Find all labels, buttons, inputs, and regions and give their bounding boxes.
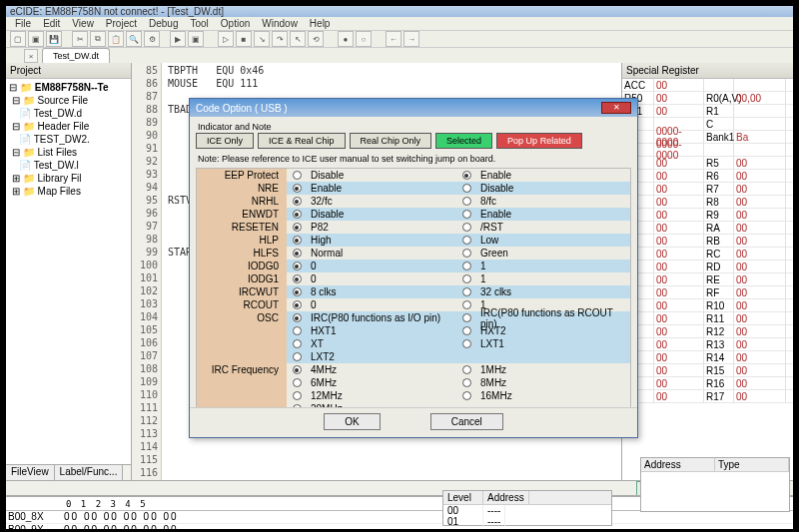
step-out-icon[interactable]: ↖ xyxy=(290,31,306,47)
radio-icon[interactable] xyxy=(462,287,471,296)
copy-icon[interactable]: ⧉ xyxy=(90,31,106,47)
radio-icon[interactable] xyxy=(462,391,471,400)
radio-icon[interactable] xyxy=(293,171,302,180)
radio-icon[interactable] xyxy=(293,365,302,374)
go-icon[interactable]: ▷ xyxy=(218,31,234,47)
stop-icon[interactable]: ■ xyxy=(236,31,252,47)
menu-view[interactable]: View xyxy=(67,17,99,30)
tab-fileview[interactable]: FileView xyxy=(6,465,55,480)
tree-item[interactable]: Test_DW.d xyxy=(34,108,82,119)
next-icon[interactable]: → xyxy=(403,31,419,47)
tree-item[interactable]: Test_DW.l xyxy=(34,160,79,171)
radio-icon[interactable] xyxy=(462,184,471,193)
radio-icon[interactable] xyxy=(293,197,302,206)
find-icon[interactable]: 🔍 xyxy=(126,31,142,47)
radio-icon[interactable] xyxy=(462,300,471,309)
tree-item[interactable]: TEST_DW2. xyxy=(34,134,90,145)
radio-icon[interactable] xyxy=(293,184,302,193)
menu-option[interactable]: Option xyxy=(216,17,255,30)
ok-button[interactable]: OK xyxy=(324,413,380,430)
radio-icon[interactable] xyxy=(293,210,302,219)
radio-icon[interactable] xyxy=(462,339,471,348)
tree-item[interactable]: Source File xyxy=(38,95,89,106)
option-row[interactable]: ENWDTDisableEnable xyxy=(197,208,630,221)
radio-icon[interactable] xyxy=(462,313,471,322)
radio-icon[interactable] xyxy=(462,249,471,258)
radio-icon[interactable] xyxy=(293,249,302,258)
radio-icon[interactable] xyxy=(293,274,302,283)
option-row[interactable]: IRC Frequency4MHz1MHz xyxy=(197,363,630,376)
radio-icon[interactable] xyxy=(293,339,302,348)
doc-tab[interactable]: Test_DW.dt xyxy=(42,48,110,63)
tab-close-icon[interactable]: × xyxy=(24,49,38,63)
option-row[interactable]: HLFSNormalGreen xyxy=(197,247,630,260)
menu-window[interactable]: Window xyxy=(257,17,303,30)
radio-icon[interactable] xyxy=(462,274,471,283)
radio-icon[interactable] xyxy=(293,287,302,296)
prev-icon[interactable]: ← xyxy=(386,31,401,47)
paste-icon[interactable]: 📋 xyxy=(108,31,124,47)
register-grid[interactable]: ACC00R5000R0(A,V)00,00R5100R1C0000-0000B… xyxy=(622,79,793,480)
option-row[interactable]: HXT1HXT2 xyxy=(197,324,630,337)
data-row[interactable]: B00_9X00 00 00 00 00 00 xyxy=(6,524,793,532)
radio-icon[interactable] xyxy=(462,171,471,180)
tab-ice-real[interactable]: ICE & Real Chip xyxy=(258,133,346,149)
dialog-titlebar[interactable]: Code Option ( USB ) ✕ xyxy=(190,99,637,117)
reset-icon[interactable]: ⟲ xyxy=(308,31,324,47)
tree-item[interactable]: List Files xyxy=(38,147,77,158)
menu-help[interactable]: Help xyxy=(305,17,336,30)
option-row[interactable]: 6MHz8MHz xyxy=(197,376,630,389)
option-row[interactable]: NREEnableDisable xyxy=(197,182,630,195)
option-row[interactable]: NRHL32/fc8/fc xyxy=(197,195,630,208)
radio-icon[interactable] xyxy=(462,223,471,232)
radio-icon[interactable] xyxy=(462,262,471,270)
radio-icon[interactable] xyxy=(293,326,302,335)
tree-item[interactable]: Library Fil xyxy=(38,173,82,184)
rebuild-icon[interactable]: ▣ xyxy=(188,31,204,47)
radio-icon[interactable] xyxy=(293,391,302,400)
option-row[interactable]: RESETENP82/RST xyxy=(197,221,630,234)
new-icon[interactable]: ▢ xyxy=(10,31,26,47)
menu-edit[interactable]: Edit xyxy=(38,17,65,30)
option-row[interactable]: OSCIRC(P80 functions as I/O pin)IRC(P80 … xyxy=(197,311,630,324)
step-over-icon[interactable]: ↷ xyxy=(272,31,288,47)
option-list[interactable]: EEP ProtectDisableEnableNREEnableDisable… xyxy=(196,168,631,407)
cancel-button[interactable]: Cancel xyxy=(430,413,503,430)
data-row[interactable]: B00_8X00 00 00 00 00 00 xyxy=(6,511,793,524)
radio-icon[interactable] xyxy=(462,236,471,245)
open-icon[interactable]: ▣ xyxy=(28,31,44,47)
step-icon[interactable]: ↘ xyxy=(254,31,270,47)
save-icon[interactable]: 💾 xyxy=(46,31,62,47)
radio-icon[interactable] xyxy=(293,352,302,361)
menu-project[interactable]: Project xyxy=(101,17,142,30)
menu-file[interactable]: File xyxy=(10,17,36,30)
option-row[interactable]: LXT2 xyxy=(197,350,630,363)
radio-icon[interactable] xyxy=(462,197,471,206)
radio-icon[interactable] xyxy=(462,326,471,335)
tab-ice-only[interactable]: ICE Only xyxy=(196,133,254,149)
tab-selected[interactable]: Selected xyxy=(435,133,492,149)
radio-icon[interactable] xyxy=(462,378,471,387)
build-icon[interactable]: ▶ xyxy=(170,31,186,47)
bp-clear-icon[interactable]: ○ xyxy=(356,31,372,47)
menu-debug[interactable]: Debug xyxy=(144,17,183,30)
option-row[interactable]: IODG101 xyxy=(197,272,630,285)
cut-icon[interactable]: ✂ xyxy=(72,31,88,47)
tree-root[interactable]: EM88F758N--Te xyxy=(35,82,109,93)
option-row[interactable]: EEP ProtectDisableEnable xyxy=(197,169,630,182)
option-row[interactable]: 12MHz16MHz xyxy=(197,389,630,402)
radio-icon[interactable] xyxy=(293,236,302,245)
tab-real-only[interactable]: Real Chip Only xyxy=(350,133,432,149)
project-tree[interactable]: ⊟📁 EM88F758N--Te ⊟📁 Source File 📄 Test_D… xyxy=(6,79,131,464)
replace-icon[interactable]: ⚙ xyxy=(144,31,160,47)
tab-labelfunc[interactable]: Label/Func... xyxy=(55,465,124,480)
option-row[interactable]: IODG001 xyxy=(197,260,630,272)
radio-icon[interactable] xyxy=(293,300,302,309)
tree-item[interactable]: Header File xyxy=(38,121,90,132)
option-row[interactable]: XTLXT1 xyxy=(197,337,630,350)
bp-icon[interactable]: ● xyxy=(338,31,354,47)
radio-icon[interactable] xyxy=(293,223,302,232)
tab-popup[interactable]: Pop Up Related xyxy=(496,133,582,149)
tree-item[interactable]: Map Files xyxy=(38,186,81,197)
close-icon[interactable]: ✕ xyxy=(601,102,631,114)
